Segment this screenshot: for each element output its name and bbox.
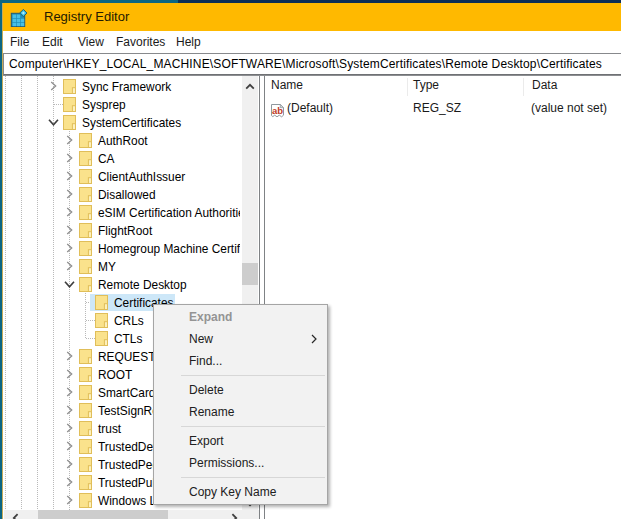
svg-text:ab: ab [272,105,283,116]
